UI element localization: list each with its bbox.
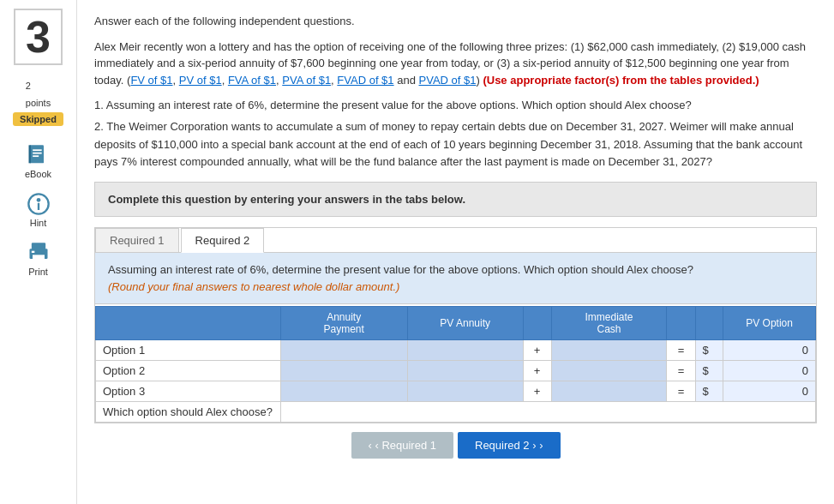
red-note: (Use appropriate factor(s) from the tabl… (483, 74, 759, 87)
complete-box: Complete this question by entering your … (94, 182, 817, 217)
instruction-text: Assuming an interest rate of 6%, determi… (108, 261, 803, 279)
option2-pv-annuity-input[interactable] (415, 364, 516, 377)
dollar-symbol-1: $ (695, 340, 723, 361)
option1-label: Option 1 (96, 340, 281, 361)
tab-required-1[interactable]: Required 1 (95, 228, 179, 252)
tabs-container: Required 1 Required 2 Assuming an intere… (94, 227, 817, 423)
print-button[interactable]: Print (27, 241, 51, 277)
fva-link[interactable]: FVA of $1 (228, 74, 276, 87)
print-label: Print (28, 267, 48, 277)
option3-annuity-payment[interactable] (280, 381, 407, 402)
col-header-pv-option: PV Option (723, 307, 816, 340)
table-row: Option 1 + = $ 0 (96, 340, 816, 361)
plus-symbol-1: + (523, 340, 551, 361)
plus-symbol-3: + (523, 381, 551, 402)
option1-annuity-payment[interactable] (280, 340, 407, 361)
svg-rect-10 (33, 255, 45, 261)
hint-icon (27, 192, 51, 216)
fvad-link[interactable]: FVAD of $1 (337, 74, 393, 87)
option2-label: Option 2 (96, 361, 281, 381)
option3-pv-annuity-input[interactable] (415, 385, 516, 398)
option3-pv-value: 0 (723, 381, 816, 402)
ebook-label: eBook (25, 169, 51, 179)
col-header-plus (523, 307, 551, 340)
body-text: Alex Meir recently won a lottery and has… (94, 39, 817, 89)
print-icon (27, 241, 51, 265)
svg-point-6 (36, 198, 40, 202)
tab-required-2[interactable]: Required 2 (181, 228, 265, 253)
prev-button[interactable]: ‹ Required 1 (351, 432, 454, 459)
option2-immediate[interactable] (551, 361, 667, 381)
option3-annuity-input[interactable] (288, 385, 400, 398)
bottom-buttons: ‹ Required 1 Required 2 › (94, 423, 817, 463)
instruction-box: Assuming an interest rate of 6%, determi… (95, 253, 816, 304)
svg-rect-7 (37, 203, 39, 210)
hint-label: Hint (30, 218, 47, 228)
choose-input[interactable] (288, 405, 808, 418)
sidebar: 3 2 points Skipped eBook Hint (0, 0, 77, 504)
option1-immediate[interactable] (551, 340, 667, 361)
plus-symbol-2: + (523, 361, 551, 381)
col-header-dollar (695, 307, 723, 340)
complete-message: Complete this question by entering your … (108, 193, 803, 206)
points-label: points (26, 98, 51, 108)
col-header-annuity: AnnuityPayment (280, 307, 407, 340)
choose-input-cell[interactable] (280, 402, 815, 423)
option1-immediate-input[interactable] (559, 344, 660, 357)
pvad-link[interactable]: PVAD of $1 (419, 74, 477, 87)
ebook-button[interactable]: eBook (25, 143, 51, 179)
option2-immediate-input[interactable] (559, 364, 660, 377)
svg-rect-0 (30, 145, 44, 163)
tabs-header: Required 1 Required 2 (95, 228, 816, 253)
svg-rect-11 (31, 251, 34, 253)
option2-pv-value: 0 (723, 361, 816, 381)
options-table: AnnuityPayment PV Annuity ImmediateCash … (95, 306, 816, 423)
equals-symbol-3: = (667, 381, 695, 402)
svg-rect-1 (29, 145, 31, 163)
numbered-questions: 1. Assuming an interest rate of 6%, dete… (94, 97, 817, 171)
col-header-immediate: ImmediateCash (551, 307, 667, 340)
instruction-note: (Round your final answers to nearest who… (108, 279, 803, 296)
pv-link[interactable]: PV of $1 (179, 74, 222, 87)
choose-label: Which option should Alex choose? (96, 402, 281, 423)
col-header-label (96, 307, 281, 340)
skipped-badge: Skipped (13, 112, 63, 126)
question-1: 1. Assuming an interest rate of 6%, dete… (94, 97, 817, 115)
option2-annuity-payment[interactable] (280, 361, 407, 381)
table-row-choose: Which option should Alex choose? (96, 402, 816, 423)
dollar-symbol-3: $ (695, 381, 723, 402)
equals-symbol-2: = (667, 361, 695, 381)
next-button[interactable]: Required 2 › (458, 432, 561, 459)
option3-pv-annuity[interactable] (407, 381, 523, 402)
equals-symbol-1: = (667, 340, 695, 361)
option1-pv-value: 0 (723, 340, 816, 361)
col-header-equals (667, 307, 695, 340)
option2-pv-annuity[interactable] (407, 361, 523, 381)
fv-link[interactable]: FV of $1 (130, 74, 172, 87)
option3-immediate-input[interactable] (559, 385, 660, 398)
points-value: 2 (26, 81, 51, 91)
table-row: Option 3 + = $ 0 (96, 381, 816, 402)
option3-label: Option 3 (96, 381, 281, 402)
option1-pv-annuity-input[interactable] (415, 344, 516, 357)
book-icon (26, 143, 50, 167)
option1-pv-annuity[interactable] (407, 340, 523, 361)
question-number: 3 (14, 9, 63, 65)
intro-text: Answer each of the following independent… (94, 13, 817, 30)
question-2: 2. The Weimer Corporation wants to accum… (94, 118, 817, 171)
pva-link[interactable]: PVA of $1 (282, 74, 331, 87)
option2-annuity-input[interactable] (288, 364, 400, 377)
main-content: Answer each of the following independent… (77, 0, 834, 504)
col-header-pv-annuity: PV Annuity (407, 307, 523, 340)
dollar-symbol-2: $ (695, 361, 723, 381)
table-row: Option 2 + = $ 0 (96, 361, 816, 381)
hint-button[interactable]: Hint (27, 192, 51, 228)
option1-annuity-input[interactable] (288, 344, 400, 357)
option3-immediate[interactable] (551, 381, 667, 402)
